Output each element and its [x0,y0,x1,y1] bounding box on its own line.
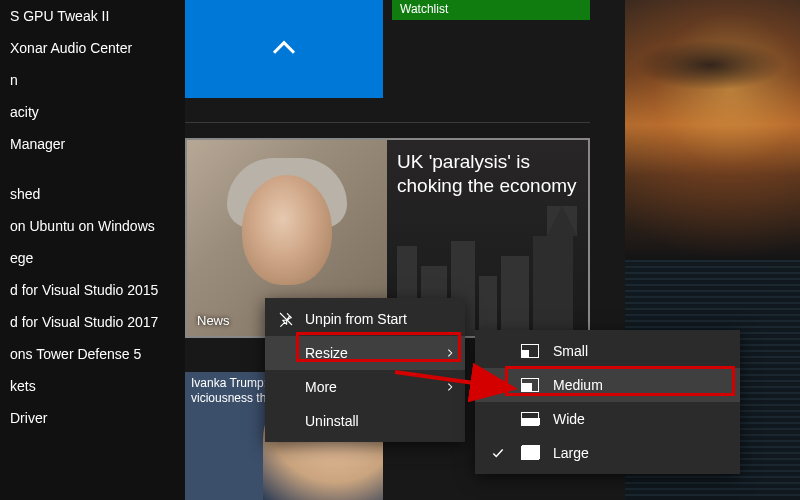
app-list-item[interactable]: d for Visual Studio 2017 [0,306,185,338]
app-list-item[interactable]: ege [0,242,185,274]
tile-label: Watchlist [400,2,448,16]
size-wide-icon [521,412,539,426]
menu-item-label: Medium [553,377,603,393]
unpin-icon [277,311,295,327]
menu-item-label: Large [553,445,589,461]
chevron-right-icon [445,348,455,358]
size-medium-icon [521,378,539,392]
menu-item-resize[interactable]: Resize [265,336,465,370]
news-headline: UK 'paralysis' is choking the economy [397,150,582,198]
tile-group-separator [185,122,590,123]
menu-item-uninstall[interactable]: Uninstall [265,404,465,438]
resize-submenu: Small Medium Wide Large [475,330,740,474]
size-small-icon [521,344,539,358]
tile-money-watchlist[interactable]: Watchlist [392,0,590,20]
menu-item-label: Uninstall [305,413,359,429]
app-list-item[interactable]: acity [0,96,185,128]
menu-item-label: Resize [305,345,348,361]
tile-app-label: News [197,313,230,328]
menu-item-label: More [305,379,337,395]
app-list-item[interactable]: Xonar Audio Center [0,32,185,64]
resize-option-wide[interactable]: Wide [475,402,740,436]
app-list-item[interactable]: ons Tower Defense 5 [0,338,185,370]
size-large-icon [521,446,539,460]
app-list-item[interactable]: d for Visual Studio 2015 [0,274,185,306]
resize-option-medium[interactable]: Medium [475,368,740,402]
chevron-right-icon [445,382,455,392]
resize-option-large[interactable]: Large [475,436,740,470]
tile-context-menu: Unpin from Start Resize More Uninstall [265,298,465,442]
menu-item-unpin[interactable]: Unpin from Start [265,302,465,336]
menu-item-label: Unpin from Start [305,311,407,327]
menu-item-more[interactable]: More [265,370,465,404]
tile-collapse-group[interactable] [185,0,383,98]
app-list-item[interactable]: kets [0,370,185,402]
app-list-item[interactable]: on Ubuntu on Windows [0,210,185,242]
checkmark-icon [489,446,507,460]
app-list-item[interactable]: Driver [0,402,185,434]
app-list-item[interactable]: n [0,64,185,96]
menu-item-label: Wide [553,411,585,427]
chevron-up-icon [269,34,299,64]
start-menu-app-list[interactable]: S GPU Tweak II Xonar Audio Center n acit… [0,0,185,500]
app-list-item[interactable]: S GPU Tweak II [0,0,185,32]
app-list-item[interactable]: shed [0,178,185,210]
app-list-item[interactable]: Manager [0,128,185,160]
menu-item-label: Small [553,343,588,359]
resize-option-small[interactable]: Small [475,334,740,368]
